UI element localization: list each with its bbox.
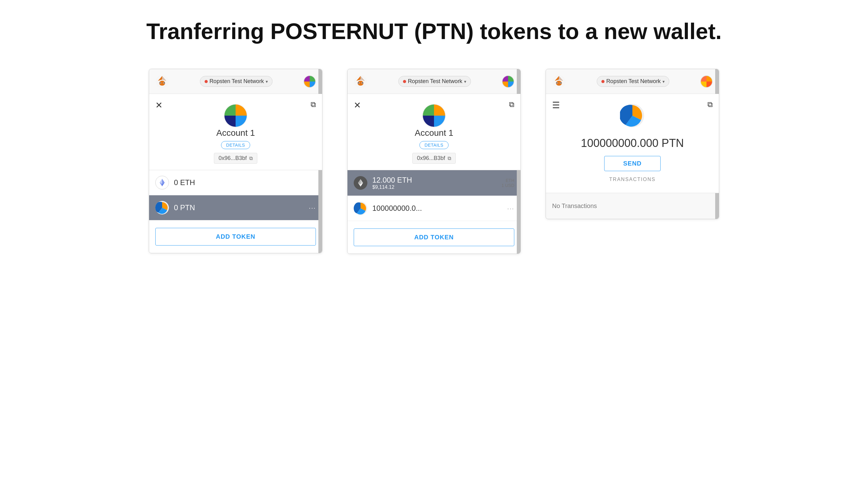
network-dot-3	[601, 80, 604, 83]
eth-icon-2	[354, 176, 367, 190]
transactions-label-3: TRANSACTIONS	[609, 177, 655, 182]
account-avatar-1	[223, 103, 248, 128]
wallets-container: Ropsten Test Network ▾ ✕ ⧉	[124, 69, 744, 254]
wallet-header-1: Ropsten Test Network ▾	[149, 69, 322, 94]
token-amount-ptn-1: 0 PTN	[174, 203, 304, 212]
wallet-header-2: Ropsten Test Network ▾	[347, 69, 521, 94]
token-dots-ptn-1[interactable]: ···	[309, 204, 316, 212]
add-token-section-2: ADD TOKEN	[347, 221, 521, 253]
wallet-card-3: Ropsten Test Network ▾ ☰ ⧉	[546, 69, 719, 219]
colorwheel-icon-3[interactable]	[700, 75, 713, 88]
hamburger-icon-3[interactable]: ☰	[552, 100, 560, 110]
network-badge-1[interactable]: Ropsten Test Network ▾	[200, 76, 273, 87]
token-list-2: 12.000 ETH $9,114.12 ETH 1 USD	[347, 170, 521, 221]
token-amount-ptn-2: 100000000.0...	[372, 204, 502, 213]
address-row-2: 0x96...B3bf ⧉	[412, 153, 456, 164]
details-button-1[interactable]: DETAILS	[221, 141, 250, 149]
wallet-card-1: Ropsten Test Network ▾ ✕ ⧉	[149, 69, 322, 253]
ptn-amount-3: 100000000.000 PTN	[581, 137, 684, 150]
external-link-icon-2[interactable]: ⧉	[509, 100, 514, 109]
network-badge-2[interactable]: Ropsten Test Network ▾	[398, 76, 471, 87]
wallet-header-left-3	[552, 75, 566, 88]
token-amount-eth-2: 12.000 ETH	[372, 176, 497, 184]
eth-right-1: ETH	[501, 178, 514, 183]
account-section-1: ✕ ⧉ Account 1 DETAILS 0x96...B3bf ⧉	[149, 94, 322, 170]
token-item-eth-1[interactable]: 0 ETH	[149, 170, 322, 195]
svg-point-24	[358, 82, 359, 83]
token-info-ptn-1: 0 PTN	[174, 203, 304, 212]
eth-right-2: 1 USD	[501, 183, 514, 188]
details-button-2[interactable]: DETAILS	[419, 141, 449, 149]
token-list-1: 0 ETH 0 PTN ···	[149, 170, 322, 220]
token-info-eth-1: 0 ETH	[174, 178, 316, 187]
ptn-avatar-3	[620, 103, 645, 128]
fox-logo-1	[155, 75, 169, 88]
network-dot-2	[403, 80, 406, 83]
address-text-2: 0x96...B3bf	[417, 155, 445, 161]
svg-point-8	[164, 82, 165, 83]
svg-point-25	[362, 82, 363, 83]
address-text-1: 0x96...B3bf	[219, 155, 247, 161]
svg-point-41	[556, 82, 558, 83]
account-avatar-2	[422, 103, 446, 128]
token-value-eth-2: $9,114.12	[372, 184, 497, 190]
token-item-ptn-1[interactable]: 0 PTN ···	[149, 195, 322, 220]
add-token-button-1[interactable]: ADD TOKEN	[155, 228, 316, 246]
address-row-1: 0x96...B3bf ⧉	[214, 153, 257, 164]
close-icon-2[interactable]: ✕	[354, 100, 361, 110]
network-dot-1	[205, 80, 208, 83]
add-token-button-2[interactable]: ADD TOKEN	[354, 229, 514, 246]
add-token-section-1: ADD TOKEN	[149, 220, 322, 253]
close-icon-1[interactable]: ✕	[155, 100, 162, 110]
network-label-2: Ropsten Test Network	[408, 78, 463, 84]
network-label-1: Ropsten Test Network	[210, 78, 264, 84]
account-name-2: Account 1	[415, 128, 453, 138]
colorwheel-icon-1[interactable]	[304, 75, 316, 88]
copy-icon-2[interactable]: ⧉	[448, 156, 451, 161]
token-item-eth-2[interactable]: 12.000 ETH $9,114.12 ETH 1 USD	[347, 170, 521, 196]
token-amount-eth-1: 0 ETH	[174, 178, 316, 187]
account-name-1: Account 1	[216, 128, 255, 138]
chevron-down-1: ▾	[266, 79, 268, 84]
token-info-ptn-2: 100000000.0...	[372, 204, 502, 213]
wallet-header-left-2	[354, 75, 367, 88]
token-right-eth-2: ETH 1 USD	[501, 178, 514, 188]
external-link-icon-3[interactable]: ⧉	[708, 100, 713, 109]
svg-point-7	[160, 82, 161, 83]
page-title: Tranferring POSTERNUT (PTN) tokens to a …	[0, 0, 868, 69]
ptn-icon-1	[155, 201, 169, 215]
colorwheel-icon-2[interactable]	[502, 75, 514, 88]
token-dots-ptn-2[interactable]: ···	[507, 205, 514, 212]
wallet-card-2: Ropsten Test Network ▾ ✕ ⧉ Acco	[347, 69, 521, 254]
network-label-3: Ropsten Test Network	[606, 78, 661, 84]
no-transactions-3: No Transactions	[546, 193, 719, 219]
send-button-3[interactable]: SEND	[604, 156, 661, 171]
wallet-header-3: Ropsten Test Network ▾	[546, 69, 719, 94]
eth-icon-1	[155, 176, 169, 189]
fox-logo-2	[354, 75, 367, 88]
external-link-icon-1[interactable]: ⧉	[311, 100, 316, 109]
account-section-2: ✕ ⧉ Account 1 DETAILS 0x96...B3bf ⧉	[347, 94, 521, 170]
chevron-down-2: ▾	[464, 79, 466, 84]
token-info-eth-2: 12.000 ETH $9,114.12	[372, 176, 497, 190]
token-item-ptn-2[interactable]: 100000000.0... ···	[347, 196, 521, 221]
ptn-icon-2	[354, 202, 367, 215]
wallet-header-left-1	[155, 75, 169, 88]
chevron-down-3: ▾	[663, 79, 665, 84]
account-section-3: ☰ ⧉ 100000000.000 PTN SEND TRANSACTIONS	[546, 94, 719, 193]
network-badge-3[interactable]: Ropsten Test Network ▾	[597, 76, 670, 87]
copy-icon-1[interactable]: ⧉	[249, 156, 253, 161]
fox-logo-3	[552, 75, 566, 88]
svg-point-42	[560, 82, 562, 83]
